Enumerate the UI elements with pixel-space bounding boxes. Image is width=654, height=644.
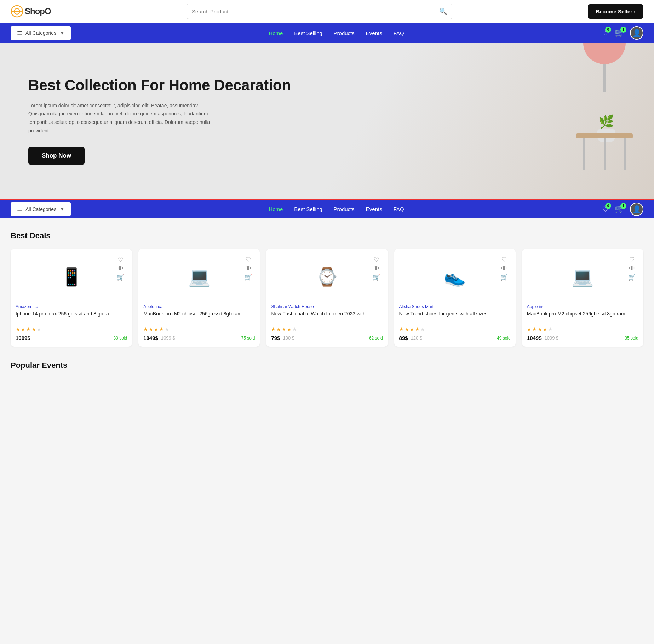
nav-home[interactable]: Home bbox=[269, 30, 283, 36]
best-deals-section: Best Deals 📱 ♡ 👁 🛒 Amazon Ltd Iphone 14 … bbox=[0, 218, 654, 354]
product-name: New Fashionable Watch for men 2023 with … bbox=[271, 311, 383, 324]
add-to-cart-button[interactable]: 🛒 bbox=[245, 274, 252, 280]
wishlist-button[interactable]: ♡ 0 bbox=[602, 28, 609, 38]
product-rating: ★★★★★ bbox=[399, 326, 511, 332]
star-icon: ★ bbox=[538, 326, 542, 332]
hero-image: 🌿 bbox=[340, 43, 654, 199]
product-name: MacBook pro M2 chipset 256gb ssd 8gb ram… bbox=[527, 311, 638, 324]
price-row: 79$ 100 $ 62 sold bbox=[271, 335, 383, 341]
add-to-cart-button[interactable]: 🛒 bbox=[500, 274, 508, 280]
hero-content: Best Collection For Home Decaration Lore… bbox=[0, 55, 319, 186]
sticky-categories-dropdown[interactable]: ☰ All Categories ▼ bbox=[11, 202, 71, 216]
avatar-icon: 👤 bbox=[632, 29, 641, 37]
sticky-nav-links: Home Best Selling Products Events FAQ bbox=[71, 206, 602, 212]
add-to-cart-button[interactable]: 🛒 bbox=[373, 274, 380, 280]
sold-count: 62 sold bbox=[369, 336, 383, 341]
sticky-nav-products[interactable]: Products bbox=[334, 206, 355, 212]
lamp-shade bbox=[583, 43, 626, 64]
star-icon: ★ bbox=[159, 326, 164, 332]
sticky-nav-events[interactable]: Events bbox=[366, 206, 382, 212]
table-leg-right bbox=[624, 138, 626, 170]
wishlist-add-button[interactable]: ♡ bbox=[117, 257, 124, 263]
star-icon: ★ bbox=[527, 326, 532, 332]
product-rating: ★★★★★ bbox=[271, 326, 383, 332]
nav-best-selling[interactable]: Best Selling bbox=[294, 30, 322, 36]
nav-products[interactable]: Products bbox=[334, 30, 355, 36]
search-bar: 🔍 bbox=[187, 4, 452, 19]
product-price: 1049$ bbox=[143, 335, 158, 341]
quick-view-button[interactable]: 👁 bbox=[245, 266, 252, 272]
sticky-chevron-down-icon: ▼ bbox=[60, 206, 64, 212]
become-seller-button[interactable]: Become Seller › bbox=[588, 4, 643, 19]
become-seller-label: Become Seller › bbox=[596, 8, 636, 15]
star-icon: ★ bbox=[410, 326, 414, 332]
price-row: 1049$ 1099 $ 75 sold bbox=[143, 335, 255, 341]
hero-title: Best Collection For Home Decaration bbox=[28, 76, 291, 94]
product-price: 1099$ bbox=[16, 335, 30, 341]
product-rating: ★★★★★ bbox=[527, 326, 638, 332]
price-row: 89$ 120 $ 49 sold bbox=[399, 335, 511, 341]
card-actions: ♡ 👁 🛒 bbox=[628, 257, 636, 280]
quick-view-button[interactable]: 👁 bbox=[628, 266, 636, 272]
price-row: 1049$ 1099 $ 35 sold bbox=[527, 335, 638, 341]
popular-events-title: Popular Events bbox=[11, 361, 643, 370]
product-card: ⌚ ♡ 👁 🛒 Shahriar Watch House New Fashion… bbox=[266, 249, 388, 347]
nav-faq[interactable]: FAQ bbox=[394, 30, 404, 36]
wishlist-add-button[interactable]: ♡ bbox=[628, 257, 636, 263]
wishlist-add-button[interactable]: ♡ bbox=[373, 257, 380, 263]
shop-now-button[interactable]: Shop Now bbox=[28, 147, 85, 165]
sticky-nav-faq[interactable]: FAQ bbox=[394, 206, 404, 212]
cart-button[interactable]: 🛒 1 bbox=[615, 28, 624, 38]
wishlist-add-button[interactable]: ♡ bbox=[500, 257, 508, 263]
star-icon: ★ bbox=[143, 326, 148, 332]
star-icon: ★ bbox=[16, 326, 20, 332]
star-icon: ★ bbox=[399, 326, 404, 332]
product-price: 1049$ bbox=[527, 335, 542, 341]
logo: ShopO bbox=[11, 5, 51, 18]
product-old-price: 1099 $ bbox=[545, 335, 559, 341]
sold-count: 80 sold bbox=[113, 336, 127, 341]
star-icon: ★ bbox=[149, 326, 153, 332]
sticky-nav-best-selling[interactable]: Best Selling bbox=[294, 206, 322, 212]
wishlist-add-button[interactable]: ♡ bbox=[245, 257, 252, 263]
star-icon: ★ bbox=[271, 326, 276, 332]
sticky-nav-home[interactable]: Home bbox=[269, 206, 283, 212]
quick-view-button[interactable]: 👁 bbox=[373, 266, 380, 272]
categories-dropdown[interactable]: ☰ All Categories ▼ bbox=[11, 26, 71, 40]
product-rating: ★★★★★ bbox=[143, 326, 255, 332]
card-actions: ♡ 👁 🛒 bbox=[117, 257, 124, 280]
quick-view-button[interactable]: 👁 bbox=[500, 266, 508, 272]
product-image-area: 💻 ♡ 👁 🛒 bbox=[143, 254, 255, 300]
star-icon: ★ bbox=[165, 326, 169, 332]
product-price: 79$ bbox=[271, 335, 280, 341]
hero-section: Best Collection For Home Decaration Lore… bbox=[0, 43, 654, 199]
sticky-user-avatar[interactable]: 👤 bbox=[630, 203, 643, 216]
product-seller: Apple inc. bbox=[143, 304, 255, 309]
add-to-cart-button[interactable]: 🛒 bbox=[117, 274, 124, 280]
sticky-cart-button[interactable]: 🛒 1 bbox=[615, 205, 624, 214]
product-rating: ★★★★★ bbox=[16, 326, 127, 332]
product-card: 📱 ♡ 👁 🛒 Amazon Ltd Iphone 14 pro max 256… bbox=[11, 249, 132, 347]
plant-leaves-icon: 🌿 bbox=[597, 114, 615, 129]
sticky-wishlist-button[interactable]: ♡ 0 bbox=[602, 205, 609, 214]
add-to-cart-button[interactable]: 🛒 bbox=[628, 274, 636, 280]
product-image: ⌚ bbox=[311, 261, 343, 293]
nav-icons: ♡ 0 🛒 1 👤 bbox=[602, 26, 643, 40]
table-leg-middle bbox=[604, 138, 606, 170]
star-icon: ★ bbox=[405, 326, 409, 332]
search-button[interactable]: 🔍 bbox=[434, 4, 452, 19]
star-icon: ★ bbox=[292, 326, 297, 332]
product-image-area: 💻 ♡ 👁 🛒 bbox=[527, 254, 638, 300]
product-card: 💻 ♡ 👁 🛒 Apple inc. MacBook pro M2 chipse… bbox=[522, 249, 643, 347]
product-name: New Trend shoes for gents with all sizes bbox=[399, 311, 511, 324]
table-top bbox=[576, 133, 633, 138]
search-input[interactable] bbox=[187, 5, 434, 18]
quick-view-button[interactable]: 👁 bbox=[117, 266, 124, 272]
nav-events[interactable]: Events bbox=[366, 30, 382, 36]
product-name: Iphone 14 pro max 256 gb ssd and 8 gb ra… bbox=[16, 311, 127, 324]
product-seller: Alisha Shoes Mart bbox=[399, 304, 511, 309]
hero-description: Lorem ipsum dolor sit amet consectetur, … bbox=[28, 102, 219, 135]
table-leg-left bbox=[583, 138, 585, 170]
star-icon: ★ bbox=[31, 326, 36, 332]
user-avatar[interactable]: 👤 bbox=[630, 26, 643, 40]
